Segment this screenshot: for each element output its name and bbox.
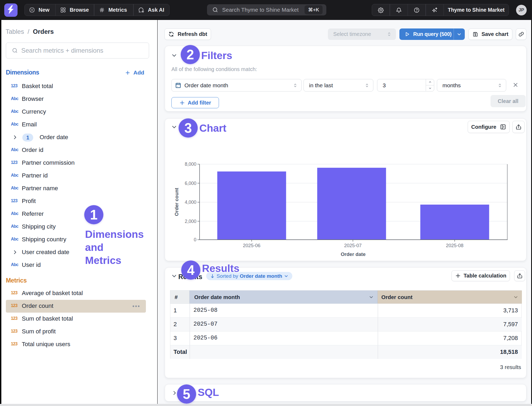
svg-text:2025-07: 2025-07 (344, 243, 362, 248)
svg-text:Order date: Order date (341, 251, 366, 257)
svg-text:4,000: 4,000 (185, 200, 196, 205)
svg-text:2025-06: 2025-06 (243, 243, 260, 248)
svg-text:8,000: 8,000 (185, 161, 196, 167)
svg-text:2025-08: 2025-08 (446, 243, 463, 248)
svg-text:6,000: 6,000 (185, 181, 196, 186)
svg-text:2,000: 2,000 (185, 219, 196, 224)
svg-text:0: 0 (194, 237, 196, 242)
svg-text:Order count: Order count (174, 188, 179, 216)
